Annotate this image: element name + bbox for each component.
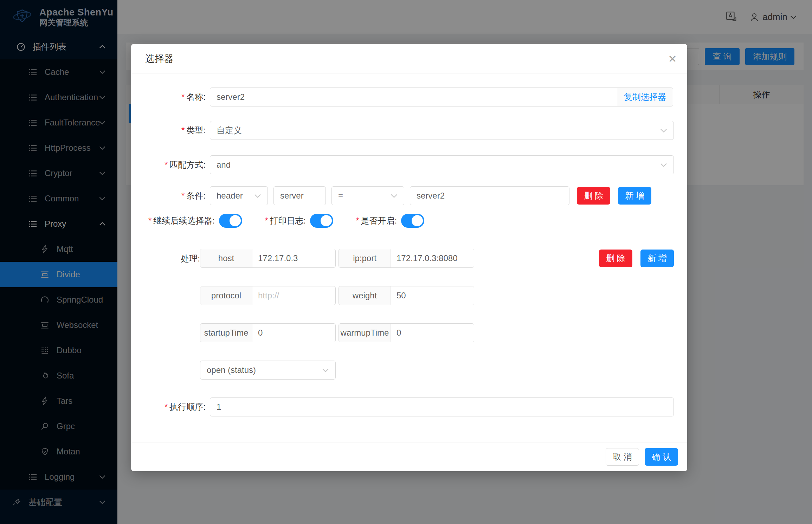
modal-footer: 取 消 确 认 bbox=[131, 442, 687, 471]
handle-row-protocol: protocol weight bbox=[200, 286, 474, 305]
name-row: *名称: 复制选择器 bbox=[131, 88, 687, 106]
required-mark: * bbox=[181, 191, 185, 200]
host-input[interactable] bbox=[252, 249, 335, 267]
weight-addon: weight bbox=[339, 286, 391, 305]
ipport-input[interactable] bbox=[391, 249, 474, 267]
startuptime-input-group: startupTime bbox=[200, 323, 336, 342]
continue-selector-label: *继续后续选择器: bbox=[148, 215, 215, 226]
warmuptime-input[interactable] bbox=[391, 324, 474, 342]
continue-selector-toggle-group: *继续后续选择器: bbox=[148, 214, 242, 228]
handle-section: 处理: host ip:port protocol bbox=[131, 249, 687, 380]
continue-selector-toggle[interactable] bbox=[219, 214, 242, 228]
condition-add-button[interactable]: 新 增 bbox=[618, 187, 651, 205]
warmuptime-addon: warmupTime bbox=[339, 324, 391, 342]
ipport-input-group: ip:port bbox=[339, 249, 474, 268]
handle-row-host: host ip:port bbox=[200, 249, 474, 268]
condition-delete-button[interactable]: 删 除 bbox=[577, 187, 610, 205]
cancel-button[interactable]: 取 消 bbox=[606, 448, 639, 466]
handle-row-times: startupTime warmupTime bbox=[200, 323, 474, 342]
required-mark: * bbox=[165, 402, 168, 412]
required-mark: * bbox=[148, 216, 152, 225]
match-mode-select[interactable]: and bbox=[210, 155, 674, 174]
protocol-input-group: protocol bbox=[200, 286, 336, 305]
handle-add-button[interactable]: 新 增 bbox=[640, 250, 674, 267]
required-mark: * bbox=[265, 216, 268, 225]
protocol-input[interactable] bbox=[252, 286, 335, 305]
condition-operator-select[interactable]: = bbox=[331, 186, 404, 205]
condition-param-name-input[interactable] bbox=[273, 186, 326, 205]
startuptime-input[interactable] bbox=[252, 324, 335, 342]
host-addon: host bbox=[200, 249, 252, 267]
modal-header: 选择器 ✕ bbox=[131, 44, 687, 73]
status-select[interactable]: open (status) bbox=[200, 361, 336, 380]
condition-param-type-select[interactable]: header bbox=[210, 186, 268, 205]
name-input-group: 复制选择器 bbox=[210, 88, 673, 106]
close-icon[interactable]: ✕ bbox=[665, 52, 679, 66]
name-label: *名称: bbox=[131, 91, 210, 103]
chevron-down-icon bbox=[322, 368, 329, 373]
handle-rows: host ip:port protocol weight bbox=[200, 249, 474, 380]
chevron-down-icon bbox=[660, 163, 667, 167]
protocol-addon: protocol bbox=[200, 286, 252, 305]
chevron-down-icon bbox=[254, 194, 261, 198]
selector-modal: 选择器 ✕ *名称: 复制选择器 *类型: 自定义 *匹配方式: and bbox=[131, 44, 687, 471]
condition-row: *条件: header = 删 除 新 增 bbox=[131, 186, 687, 205]
order-input[interactable] bbox=[210, 397, 674, 416]
name-input[interactable] bbox=[210, 88, 617, 106]
print-log-toggle[interactable] bbox=[310, 214, 333, 228]
toggle-knob bbox=[321, 215, 332, 226]
chevron-down-icon bbox=[660, 128, 667, 133]
print-log-label: *打印日志: bbox=[265, 215, 306, 226]
order-row: *执行顺序: bbox=[131, 397, 687, 416]
toggles-row: *继续后续选择器: *打印日志: *是否开启: bbox=[131, 214, 687, 228]
type-select[interactable]: 自定义 bbox=[210, 121, 674, 140]
warmuptime-input-group: warmupTime bbox=[339, 323, 474, 342]
host-input-group: host bbox=[200, 249, 336, 268]
copy-selector-button[interactable]: 复制选择器 bbox=[617, 88, 673, 106]
enabled-toggle-group: *是否开启: bbox=[356, 214, 424, 228]
enabled-label: *是否开启: bbox=[356, 215, 397, 226]
type-label: *类型: bbox=[131, 125, 210, 136]
condition-value-input[interactable] bbox=[410, 186, 569, 205]
chevron-down-icon bbox=[391, 194, 398, 198]
confirm-button[interactable]: 确 认 bbox=[645, 448, 678, 466]
required-mark: * bbox=[356, 216, 359, 225]
required-mark: * bbox=[181, 92, 185, 102]
modal-title: 选择器 bbox=[145, 52, 174, 65]
condition-label: *条件: bbox=[131, 190, 210, 201]
modal-body: *名称: 复制选择器 *类型: 自定义 *匹配方式: and *条件: bbox=[131, 73, 687, 416]
toggle-knob bbox=[412, 215, 423, 226]
handle-row-status: open (status) bbox=[200, 361, 474, 380]
weight-input[interactable] bbox=[391, 286, 474, 305]
required-mark: * bbox=[181, 125, 185, 135]
condition-items: header = 删 除 新 增 bbox=[210, 186, 651, 205]
handle-label: 处理: bbox=[131, 249, 200, 380]
print-log-toggle-group: *打印日志: bbox=[265, 214, 333, 228]
ipport-addon: ip:port bbox=[339, 249, 391, 267]
match-mode-label: *匹配方式: bbox=[131, 159, 210, 170]
toggle-knob bbox=[230, 215, 241, 226]
order-label: *执行顺序: bbox=[131, 401, 210, 413]
required-mark: * bbox=[165, 160, 168, 169]
handle-buttons: 删 除 新 增 bbox=[599, 250, 674, 267]
handle-delete-button[interactable]: 删 除 bbox=[599, 250, 632, 267]
match-mode-row: *匹配方式: and bbox=[131, 155, 687, 174]
type-row: *类型: 自定义 bbox=[131, 121, 687, 140]
startuptime-addon: startupTime bbox=[200, 324, 252, 342]
weight-input-group: weight bbox=[339, 286, 474, 305]
enabled-toggle[interactable] bbox=[401, 214, 424, 228]
